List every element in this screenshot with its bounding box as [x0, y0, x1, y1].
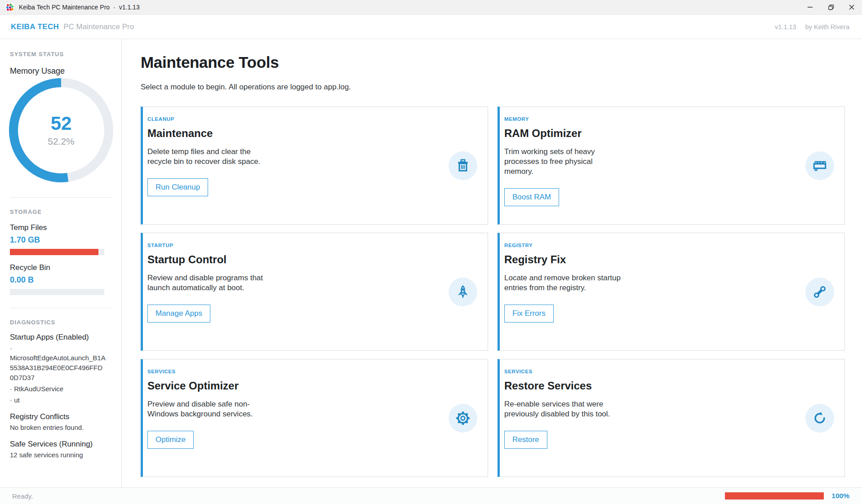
app-name: PC Maintenance Pro [63, 22, 134, 31]
card-description: Preview and disable safe non-Windows bac… [147, 399, 264, 419]
diagnostic-line: · MicrosoftEdgeAutoLaunch_B1A5538A31B294… [10, 343, 106, 383]
card-startup-control[interactable]: STARTUP Startup Control Review and disab… [141, 233, 488, 351]
header-version: v1.1.13 [775, 23, 796, 31]
diagnostic-line: · RtkAudUService [10, 384, 106, 394]
card-category: MEMORY [504, 116, 834, 122]
card-description: Review and disable programs that launch … [147, 273, 264, 293]
recycle-bin-bar [10, 289, 104, 295]
memory-usage-percent: 52.2% [48, 136, 75, 147]
card-title: Service Optimizer [147, 380, 477, 392]
status-progress-percent: 100% [831, 492, 849, 500]
close-icon [849, 4, 854, 10]
window-titlebar[interactable]: Keiba Tech PC Maintenance Pro · v1.1.13 [0, 0, 862, 15]
gear-icon [449, 404, 477, 433]
status-bar: Ready. 100% [0, 487, 862, 504]
card-description: Delete temp files and clear the recycle … [147, 147, 264, 167]
divider [10, 308, 112, 308]
restore-button[interactable] [821, 0, 841, 14]
section-storage: STORAGE [10, 208, 112, 215]
memory-usage-value: 52 [51, 114, 72, 133]
temp-files-bar [10, 249, 104, 255]
link-icon [805, 278, 834, 306]
memory-usage-gauge: 52 52.2% [9, 78, 114, 183]
ram-icon [805, 151, 834, 180]
window-title: Keiba Tech PC Maintenance Pro · v1.1.13 [19, 4, 140, 11]
card-description: Locate and remove broken startup entries… [504, 273, 621, 293]
card-description: Re-enable services that were previously … [504, 399, 621, 419]
storage-item-recycle-bin: Recycle Bin 0.00 B [10, 263, 112, 295]
boost-ram-button[interactable]: Boost RAM [504, 188, 559, 206]
minimize-icon [808, 4, 813, 10]
card-title: RAM Optimizer [504, 127, 834, 140]
restore-icon [805, 404, 834, 433]
storage-item-temp-files: Temp Files 1.70 GB [10, 223, 112, 255]
card-service-optimizer[interactable]: SERVICES Service Optimizer Preview and d… [141, 359, 488, 477]
recycle-bin-value: 0.00 B [10, 275, 112, 285]
diagnostic-title: Safe Services (Running) [10, 440, 112, 449]
trash-icon [449, 151, 477, 180]
diagnostic-safe-services: Safe Services (Running) 12 safe services… [10, 440, 112, 460]
diagnostic-title: Startup Apps (Enabled) [10, 333, 112, 342]
card-description: Trim working sets of heavy processes to … [504, 147, 621, 177]
diagnostic-startup-apps: Startup Apps (Enabled) · MicrosoftEdgeAu… [10, 333, 112, 405]
diagnostic-line: 12 safe services running [10, 450, 106, 460]
card-category: STARTUP [147, 243, 477, 248]
diagnostic-title: Registry Conflicts [10, 412, 112, 421]
app-header: KEIBA TECH PC Maintenance Pro v1.1.13 by… [0, 15, 862, 39]
header-author: by Keith Rivera [805, 23, 849, 31]
page-subtitle: Select a module to begin. All operations… [141, 82, 845, 92]
card-title: Maintenance [147, 127, 477, 140]
memory-usage-label: Memory Usage [10, 66, 112, 76]
restore-button[interactable]: Restore [504, 431, 547, 449]
page-title: Maintenance Tools [141, 53, 845, 72]
diagnostic-line: No broken entries found. [10, 423, 106, 433]
cards-grid: CLEANUP Maintenance Delete temp files an… [141, 106, 845, 477]
app-logo-icon [5, 3, 14, 12]
recycle-bin-label: Recycle Bin [10, 263, 112, 272]
temp-files-value: 1.70 GB [10, 235, 112, 245]
temp-files-label: Temp Files [10, 223, 112, 232]
card-restore-services[interactable]: SERVICES Restore Services Re-enable serv… [498, 359, 845, 477]
main-content: Maintenance Tools Select a module to beg… [122, 39, 862, 487]
card-maintenance[interactable]: CLEANUP Maintenance Delete temp files an… [141, 106, 488, 225]
minimize-button[interactable] [800, 0, 821, 14]
card-title: Registry Fix [504, 253, 834, 266]
card-title: Restore Services [504, 380, 834, 392]
run-cleanup-button[interactable]: Run Cleanup [147, 178, 208, 196]
optimize-button[interactable]: Optimize [147, 431, 194, 449]
status-progress-bar [725, 492, 824, 500]
restore-window-icon [828, 4, 834, 10]
diagnostic-registry-conflicts: Registry Conflicts No broken entries fou… [10, 412, 112, 433]
sidebar: SYSTEM STATUS Memory Usage 52 52.2% STOR… [0, 39, 122, 487]
card-category: REGISTRY [504, 243, 834, 248]
rocket-icon [449, 278, 477, 306]
manage-apps-button[interactable]: Manage Apps [147, 305, 210, 323]
card-registry-fix[interactable]: REGISTRY Registry Fix Locate and remove … [498, 233, 845, 351]
section-diagnostics: DIAGNOSTICS [10, 319, 112, 326]
fix-errors-button[interactable]: Fix Errors [504, 305, 554, 323]
section-system-status: SYSTEM STATUS [10, 51, 112, 57]
divider [10, 197, 112, 198]
card-category: CLEANUP [147, 116, 477, 122]
card-category: SERVICES [147, 369, 477, 374]
card-title: Startup Control [147, 253, 477, 266]
diagnostic-line: · ut [10, 395, 106, 405]
status-text: Ready. [12, 492, 33, 500]
card-ram-optimizer[interactable]: MEMORY RAM Optimizer Trim working sets o… [498, 106, 845, 225]
card-category: SERVICES [504, 369, 834, 374]
close-button[interactable] [841, 0, 862, 14]
brand-name: KEIBA TECH [11, 22, 59, 31]
